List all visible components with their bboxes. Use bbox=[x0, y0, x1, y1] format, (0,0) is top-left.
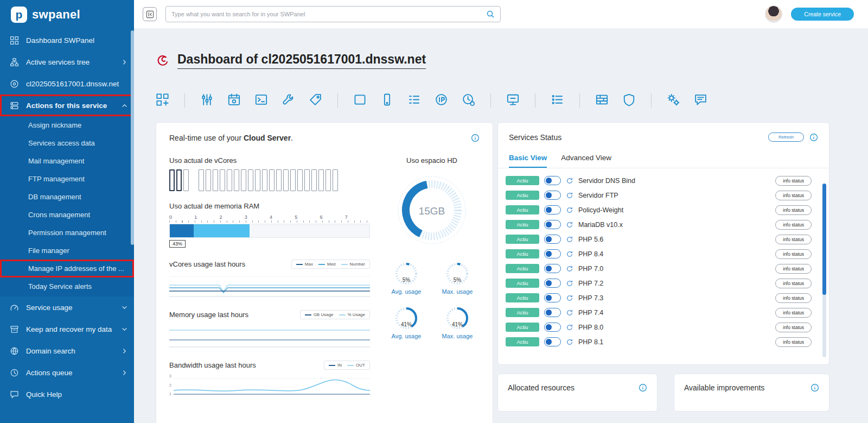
calendar-settings-button[interactable] bbox=[227, 93, 241, 108]
sidebar-item-dashboard-swpanel[interactable]: Dashboard SWPanel bbox=[0, 29, 134, 51]
service-refresh-button[interactable] bbox=[566, 177, 573, 185]
sidebar-item-actions-for-this-service[interactable]: Actions for this service bbox=[0, 94, 134, 116]
process-list-button[interactable] bbox=[551, 93, 564, 108]
service-refresh-button[interactable] bbox=[566, 294, 573, 302]
screen-button[interactable] bbox=[353, 93, 367, 108]
create-service-button[interactable]: Create service bbox=[791, 8, 854, 21]
service-row: ActiuPHP 7.2info status bbox=[498, 276, 829, 291]
time-settings-button[interactable] bbox=[462, 93, 475, 108]
service-refresh-button[interactable] bbox=[566, 338, 573, 346]
firewall-button[interactable] bbox=[595, 93, 609, 108]
sidebar-item-quick-help[interactable]: Quick Help bbox=[0, 383, 134, 405]
sidebar-item-active-services-tree[interactable]: Active services tree bbox=[0, 51, 134, 73]
sidebar-item-service-usage[interactable]: Service usage bbox=[0, 296, 134, 318]
service-toggle[interactable] bbox=[544, 323, 561, 332]
info-status-button[interactable]: info status bbox=[775, 323, 812, 332]
shield-button[interactable] bbox=[622, 93, 636, 108]
sidebar-subitem-mail-management[interactable]: Mail management bbox=[0, 152, 134, 170]
service-refresh-button[interactable] bbox=[566, 280, 573, 287]
info-icon[interactable] bbox=[810, 383, 819, 392]
info-status-button[interactable]: info status bbox=[775, 220, 812, 230]
vcore-bar bbox=[276, 169, 282, 191]
vcore-bar bbox=[234, 169, 239, 191]
info-status-button[interactable]: info status bbox=[775, 293, 812, 303]
tab-advanced-view[interactable]: Advanced View bbox=[561, 154, 611, 168]
sidebar-subitem-today-service-alerts[interactable]: Today Service alerts bbox=[0, 277, 134, 295]
sidebar-subitem-label: Permission management bbox=[28, 229, 106, 237]
service-refresh-button[interactable] bbox=[566, 221, 573, 229]
toolbar-separator bbox=[651, 93, 652, 108]
service-toggle[interactable] bbox=[544, 293, 561, 302]
service-list-button[interactable] bbox=[407, 93, 421, 108]
sidebar-item-cl2025051617001-dnssw-net[interactable]: cl2025051617001.dnssw.net bbox=[0, 73, 134, 94]
services-refresh-button[interactable]: Refresh bbox=[768, 132, 804, 142]
sidebar-subitem-permission-management[interactable]: Permission management bbox=[0, 224, 134, 242]
service-toggle[interactable] bbox=[544, 191, 561, 200]
sidebar-scrollbar[interactable] bbox=[131, 30, 134, 245]
sidebar-item-keep-and-recover-my-data[interactable]: Keep and recover my data bbox=[0, 318, 134, 340]
service-name: PHP 7.3 bbox=[578, 294, 603, 302]
info-status-button[interactable]: info status bbox=[775, 308, 812, 318]
vcore-bar bbox=[248, 169, 253, 191]
service-refresh-button[interactable] bbox=[566, 236, 573, 243]
tab-basic-view[interactable]: Basic View bbox=[509, 154, 547, 168]
info-status-button[interactable]: info status bbox=[775, 337, 812, 347]
vcore-bar bbox=[227, 169, 232, 191]
service-toggle[interactable] bbox=[544, 308, 561, 317]
info-icon[interactable] bbox=[471, 134, 480, 142]
brand-logo[interactable]: p swpanel bbox=[0, 0, 134, 29]
sliders-button[interactable] bbox=[200, 93, 214, 108]
terminal-button[interactable] bbox=[254, 93, 268, 108]
info-status-button[interactable]: info status bbox=[775, 191, 812, 200]
sidebar-submenu: Assign nicknameServices access dataMail … bbox=[0, 116, 134, 296]
vcore-bar bbox=[213, 169, 218, 191]
user-avatar[interactable] bbox=[765, 5, 782, 23]
ip-addresses-button[interactable] bbox=[435, 93, 448, 108]
service-refresh-button[interactable] bbox=[566, 309, 573, 317]
tools-button[interactable] bbox=[282, 93, 295, 108]
service-toggle[interactable] bbox=[544, 220, 561, 229]
info-status-button[interactable]: info status bbox=[775, 279, 812, 288]
info-icon[interactable] bbox=[809, 133, 818, 142]
search-input[interactable] bbox=[171, 11, 482, 17]
sidebar-subitem-crons-management[interactable]: Crons management bbox=[0, 206, 134, 224]
system-tools-button[interactable] bbox=[667, 93, 680, 108]
service-refresh-button[interactable] bbox=[566, 324, 573, 331]
info-status-button[interactable]: info status bbox=[775, 249, 812, 259]
service-refresh-button[interactable] bbox=[566, 265, 573, 273]
info-status-button[interactable]: info status bbox=[775, 235, 812, 244]
service-refresh-button[interactable] bbox=[566, 250, 573, 258]
mobile-button[interactable] bbox=[380, 93, 394, 108]
ram-usage-label: Uso actual de memoria RAM bbox=[169, 202, 370, 210]
services-scrollbar-thumb[interactable] bbox=[822, 184, 826, 295]
service-toggle[interactable] bbox=[544, 176, 561, 185]
search-icon[interactable] bbox=[486, 10, 495, 18]
service-toggle[interactable] bbox=[544, 279, 561, 288]
sidebar-subitem-services-access-data[interactable]: Services access data bbox=[0, 134, 134, 152]
collapse-sidebar-button[interactable] bbox=[143, 7, 157, 21]
service-toggle[interactable] bbox=[544, 235, 561, 244]
service-refresh-button[interactable] bbox=[566, 206, 573, 214]
remote-desktop-button[interactable] bbox=[506, 93, 520, 108]
bandwidth-chart-legend: IN OUT bbox=[324, 361, 370, 370]
service-toggle[interactable] bbox=[544, 337, 561, 346]
sidebar-subitem-manage-ip-addresses-of-the[interactable]: Manage IP addresses of the ... bbox=[0, 260, 134, 277]
service-refresh-button[interactable] bbox=[566, 192, 573, 199]
service-toggle[interactable] bbox=[544, 264, 561, 273]
service-toggle[interactable] bbox=[544, 205, 561, 214]
info-icon[interactable] bbox=[639, 383, 647, 392]
certificates-button[interactable] bbox=[309, 93, 322, 108]
sidebar-subitem-ftp-management[interactable]: FTP management bbox=[0, 170, 134, 188]
grid-plus-button[interactable] bbox=[156, 93, 169, 108]
logs-button[interactable] bbox=[694, 93, 707, 108]
sidebar-item-domain-search[interactable]: Domain search bbox=[0, 340, 134, 362]
sidebar-subitem-assign-nickname[interactable]: Assign nickname bbox=[0, 116, 134, 134]
info-status-button[interactable]: info status bbox=[775, 264, 812, 274]
sidebar-item-actions-queue[interactable]: Actions queue bbox=[0, 362, 134, 383]
sidebar-subitem-file-manager[interactable]: File manager bbox=[0, 242, 134, 260]
info-status-button[interactable]: info status bbox=[775, 205, 812, 215]
vcore-bar bbox=[199, 169, 204, 191]
info-status-button[interactable]: info status bbox=[775, 176, 812, 186]
sidebar-subitem-db-management[interactable]: DB management bbox=[0, 188, 134, 206]
service-toggle[interactable] bbox=[544, 249, 561, 258]
